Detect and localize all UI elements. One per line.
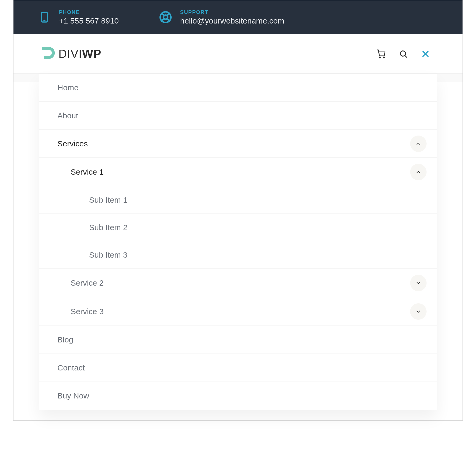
phone-icon (37, 10, 52, 24)
logo-text: DIVIWP (58, 47, 101, 61)
svg-line-5 (167, 19, 170, 21)
nav-contact[interactable]: Contact (39, 354, 437, 382)
nav-blog[interactable]: Blog (39, 326, 437, 354)
lifebuoy-icon (158, 10, 173, 24)
nav-services-label: Services (57, 139, 88, 148)
nav-about-label: About (57, 111, 78, 120)
nav-contact-label: Contact (57, 363, 85, 372)
nav-buy-now-label: Buy Now (57, 391, 89, 400)
contact-support[interactable]: SUPPORT hello@yourwebsitename.com (158, 9, 284, 25)
nav-about[interactable]: About (39, 102, 437, 130)
nav-buy-now[interactable]: Buy Now (39, 382, 437, 410)
svg-line-7 (167, 13, 170, 16)
topbar: PHONE +1 555 567 8910 SUPPORT (13, 0, 463, 34)
nav-sub-item-1[interactable]: Sub Item 1 (39, 186, 437, 214)
nav-panel: Home About Services Service 1 (39, 74, 437, 410)
nav-sub-item-2-label: Sub Item 2 (89, 223, 127, 232)
nav-sub-item-3-label: Sub Item 3 (89, 250, 127, 259)
svg-line-6 (162, 19, 164, 21)
svg-point-8 (379, 57, 381, 58)
logo[interactable]: DIVIWP (40, 45, 101, 62)
svg-point-9 (383, 57, 385, 58)
nav-service-2-label: Service 2 (71, 278, 104, 287)
screenshot-container: PHONE +1 555 567 8910 SUPPORT (13, 0, 463, 421)
contact-phone[interactable]: PHONE +1 555 567 8910 (37, 9, 119, 25)
contact-phone-text: PHONE +1 555 567 8910 (59, 9, 119, 25)
nav-sub-item-3[interactable]: Sub Item 3 (39, 241, 437, 269)
header: DIVIWP (13, 34, 463, 74)
logo-text-bold: WP (82, 47, 102, 60)
page-frame: PHONE +1 555 567 8910 SUPPORT (0, 0, 476, 455)
contact-phone-label: PHONE (59, 9, 119, 15)
nav-service-3[interactable]: Service 3 (39, 297, 437, 326)
chevron-up-icon[interactable] (410, 164, 427, 180)
nav-sub-item-2[interactable]: Sub Item 2 (39, 214, 437, 241)
svg-line-11 (405, 55, 407, 57)
below-header: Home About Services Service 1 (13, 74, 463, 420)
nav-sub-item-1-label: Sub Item 1 (89, 196, 127, 205)
logo-mark-icon (40, 45, 56, 62)
close-icon[interactable] (420, 49, 431, 59)
cart-icon[interactable] (376, 49, 386, 59)
nav-services[interactable]: Services (39, 130, 437, 158)
contact-support-label: SUPPORT (180, 9, 284, 15)
contact-phone-value: +1 555 567 8910 (59, 16, 119, 25)
contact-support-text: SUPPORT hello@yourwebsitename.com (180, 9, 284, 25)
chevron-down-icon[interactable] (410, 275, 427, 291)
search-icon[interactable] (398, 49, 409, 59)
nav-home-label: Home (57, 83, 79, 92)
svg-line-4 (162, 13, 164, 16)
header-actions (376, 49, 431, 59)
contact-support-value: hello@yourwebsitename.com (180, 16, 284, 25)
nav-service-1[interactable]: Service 1 (39, 158, 437, 186)
nav-blog-label: Blog (57, 335, 73, 344)
nav-service-3-label: Service 3 (71, 307, 104, 316)
nav-service-1-label: Service 1 (71, 168, 104, 177)
chevron-up-icon[interactable] (410, 136, 427, 152)
nav-home[interactable]: Home (39, 74, 437, 102)
chevron-down-icon[interactable] (410, 303, 427, 320)
logo-text-light: DIVI (58, 47, 82, 60)
nav-service-2[interactable]: Service 2 (39, 269, 437, 297)
